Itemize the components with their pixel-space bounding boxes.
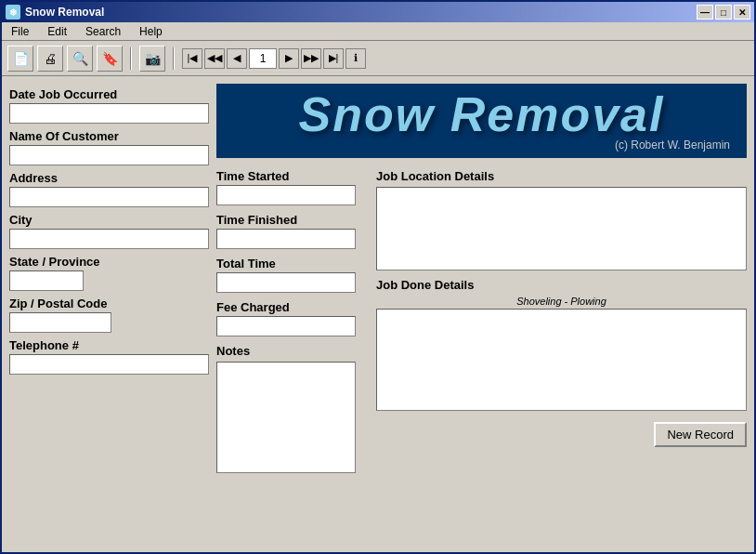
left-panel: Date Job Occurred Name Of Customer Addre…: [9, 84, 209, 545]
notes-area: Notes: [216, 344, 365, 545]
window-title: Snow Removal: [25, 6, 104, 19]
date-job-input[interactable]: [9, 103, 209, 124]
main-content: Date Job Occurred Name Of Customer Addre…: [2, 76, 754, 552]
job-location-textarea[interactable]: [376, 187, 747, 270]
city-input[interactable]: [9, 229, 209, 249]
city-field-group: City: [9, 213, 209, 249]
menu-file[interactable]: File: [6, 24, 34, 39]
print-button[interactable]: 🖨: [37, 46, 63, 72]
app-icon: ❄: [6, 5, 20, 20]
job-done-group: Job Done Details Shoveling - Plowing: [376, 278, 747, 411]
toolbar: 📄 🖨 🔍 🔖 📷 |◀ ◀◀ ◀ 1 ▶ ▶▶ ▶| ℹ: [2, 41, 754, 76]
state-field-group: State / Province: [9, 255, 209, 291]
app-window: ❄ Snow Removal — □ ✕ File Edit Search He…: [0, 0, 756, 554]
customer-name-label: Name Of Customer: [9, 129, 209, 143]
job-done-label: Job Done Details: [376, 278, 747, 292]
state-input[interactable]: [9, 270, 84, 291]
fee-charged-input[interactable]: [216, 316, 356, 336]
bookmark-button[interactable]: 🔖: [97, 46, 123, 72]
time-started-input[interactable]: [216, 185, 356, 205]
total-time-label: Total Time: [216, 257, 365, 270]
fee-charged-label: Fee Charged: [216, 300, 365, 314]
job-done-textarea[interactable]: [376, 309, 747, 411]
zip-label: Zip / Postal Code: [9, 297, 209, 310]
camera-button[interactable]: 📷: [139, 46, 165, 72]
right-panel: Snow Removal (c) Robert W. Benjamin Time…: [216, 84, 747, 545]
date-job-label: Date Job Occurred: [9, 87, 209, 101]
navigation-group: |◀ ◀◀ ◀ 1 ▶ ▶▶ ▶| ℹ: [182, 48, 366, 69]
title-bar-controls: — □ ✕: [697, 5, 750, 20]
banner-title: Snow Removal: [233, 90, 730, 138]
new-record-button[interactable]: New Record: [654, 422, 747, 447]
telephone-input[interactable]: [9, 354, 209, 375]
title-bar: ❄ Snow Removal — □ ✕: [2, 2, 754, 22]
date-job-field-group: Date Job Occurred: [9, 87, 209, 124]
address-label: Address: [9, 171, 209, 185]
minimize-button[interactable]: —: [697, 5, 713, 20]
time-finished-label: Time Finished: [216, 213, 365, 227]
notes-textarea[interactable]: [216, 362, 356, 473]
total-time-input[interactable]: [216, 272, 356, 293]
toolbar-separator: [130, 47, 132, 70]
maximize-button[interactable]: □: [715, 5, 732, 20]
customer-name-field-group: Name Of Customer: [9, 129, 209, 165]
time-finished-input[interactable]: [216, 229, 356, 249]
menu-help[interactable]: Help: [134, 24, 168, 39]
job-done-subtitle: Shoveling - Plowing: [376, 296, 747, 307]
nav-info-button[interactable]: ℹ: [345, 48, 366, 69]
search-toolbar-button[interactable]: 🔍: [67, 46, 93, 72]
nav-last-button[interactable]: ▶|: [323, 48, 344, 69]
menu-edit[interactable]: Edit: [42, 24, 72, 39]
job-location-label: Job Location Details: [376, 169, 747, 183]
address-field-group: Address: [9, 171, 209, 207]
bottom-bar: New Record: [376, 422, 747, 447]
menu-bar: File Edit Search Help: [2, 22, 754, 41]
telephone-label: Telephone #: [9, 338, 209, 352]
nav-page-number: 1: [249, 48, 277, 69]
app-banner: Snow Removal (c) Robert W. Benjamin: [216, 84, 747, 158]
job-location-group: Job Location Details: [376, 169, 747, 270]
nav-next-next-button[interactable]: ▶▶: [301, 48, 321, 69]
fee-charged-group: Fee Charged: [216, 300, 365, 336]
telephone-field-group: Telephone #: [9, 338, 209, 375]
new-document-button[interactable]: 📄: [7, 46, 33, 72]
right-column: Job Location Details Job Done Details Sh…: [376, 169, 747, 545]
lower-columns: Time Started Time Finished Total Time: [216, 169, 747, 545]
city-label: City: [9, 213, 209, 227]
total-time-group: Total Time: [216, 257, 365, 293]
address-input[interactable]: [9, 187, 209, 207]
zip-field-group: Zip / Postal Code: [9, 297, 209, 333]
menu-search[interactable]: Search: [80, 24, 126, 39]
content-area: Date Job Occurred Name Of Customer Addre…: [9, 84, 747, 545]
title-bar-left: ❄ Snow Removal: [6, 5, 104, 20]
nav-prev-prev-button[interactable]: ◀◀: [204, 48, 225, 69]
mid-column: Time Started Time Finished Total Time: [216, 169, 365, 545]
nav-prev-button[interactable]: ◀: [227, 48, 247, 69]
banner-subtitle: (c) Robert W. Benjamin: [615, 138, 730, 152]
nav-next-button[interactable]: ▶: [279, 48, 299, 69]
state-label: State / Province: [9, 255, 209, 269]
toolbar-separator-2: [173, 47, 175, 70]
nav-first-button[interactable]: |◀: [182, 48, 202, 69]
notes-label: Notes: [216, 344, 365, 358]
customer-name-input[interactable]: [9, 145, 209, 165]
time-finished-group: Time Finished: [216, 213, 365, 249]
close-button[interactable]: ✕: [734, 5, 750, 20]
zip-input[interactable]: [9, 312, 111, 333]
time-started-group: Time Started: [216, 169, 365, 205]
time-started-label: Time Started: [216, 169, 365, 183]
